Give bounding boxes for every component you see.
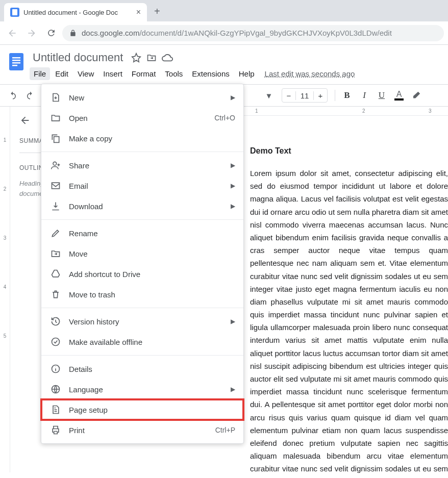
menu-view[interactable]: View [73,67,98,80]
menu-item-move-to-trash[interactable]: Move to trash [41,284,243,305]
download-icon [49,200,62,212]
menu-item-make-available-offline[interactable]: Make available offline [41,332,243,352]
address-bar[interactable]: docs.google.com/document/d/1wANQkil-GzgY… [62,25,444,41]
underline-button[interactable]: U [374,88,389,103]
tab-title: Untitled document - Google Doc [23,9,133,16]
lock-icon [69,30,77,37]
menu-item-print[interactable]: PrintCtrl+P [41,420,243,440]
menu-item-add-shortcut-to-drive[interactable]: Add shortcut to Drive [41,264,243,284]
font-size-increase[interactable]: + [314,91,327,100]
menu-file[interactable]: File [30,67,50,80]
menu-separator [41,219,243,220]
toolbar-separator [335,90,335,101]
menu-tools[interactable]: Tools [161,67,187,80]
ruler-tick: 1 [255,108,258,114]
menu-item-rename[interactable]: Rename [41,223,243,243]
menu-item-label: Open [69,114,214,122]
menu-item-label: Print [69,426,215,435]
submenu-arrow-icon: ▶ [231,162,235,169]
globe-icon [49,383,62,395]
menu-item-open[interactable]: OpenCtrl+O [41,108,243,128]
styles-dropdown[interactable]: ▼ [261,88,277,103]
menu-item-make-a-copy[interactable]: Make a copy [41,128,243,148]
cloud-status-icon[interactable] [162,52,173,63]
menu-item-label: Make a copy [69,134,235,143]
undo-button[interactable] [5,88,20,103]
ruler-tick: 2 [362,108,365,114]
menu-edit[interactable]: Edit [51,67,72,80]
svg-rect-0 [9,53,23,70]
document-title[interactable]: Untitled document [30,50,126,65]
menu-item-email[interactable]: Email▶ [41,175,243,196]
copy-icon [49,132,62,144]
submenu-arrow-icon: ▶ [231,318,235,325]
menu-item-move[interactable]: Move [41,243,243,264]
text-color-button[interactable]: A [391,88,407,103]
submenu-arrow-icon: ▶ [231,94,235,101]
italic-button[interactable]: I [357,88,372,103]
menu-separator [41,152,243,152]
star-icon[interactable] [131,53,141,63]
svg-rect-2 [12,60,20,61]
submenu-arrow-icon: ▶ [231,203,235,210]
menu-format[interactable]: Format [128,67,160,80]
menu-item-version-history[interactable]: Version history▶ [41,311,243,332]
close-tab-icon[interactable]: × [136,8,141,17]
menu-item-label: Version history [69,317,231,326]
page-icon [49,404,62,416]
menu-help[interactable]: Help [235,67,259,80]
last-edit-link[interactable]: Last edit was seconds ago [265,69,355,78]
menu-item-label: Add shortcut to Drive [69,270,235,279]
url-host: docs.google.com [82,29,139,37]
font-size-decrease[interactable]: − [282,91,295,100]
doc-paragraph[interactable]: Lorem ipsum dolor sit amet, consectetur … [250,167,448,478]
menu-item-label: Move to trash [69,290,235,299]
menu-item-download[interactable]: Download▶ [41,196,243,216]
redo-button[interactable] [22,88,38,103]
browser-tab[interactable]: Untitled document - Google Doc × [4,3,147,21]
bold-button[interactable]: B [339,88,355,103]
font-size-control: − 11 + [282,88,328,103]
menu-item-label: Email [69,182,231,190]
menu-insert[interactable]: Insert [99,67,127,80]
browser-toolbar: docs.google.com/document/d/1wANQkil-GzgY… [0,21,448,45]
move-to-folder-icon[interactable] [146,53,157,63]
menu-item-label: Download [69,202,231,211]
menu-separator [41,308,243,308]
menu-item-label: Make available offline [69,338,235,346]
back-button[interactable] [4,25,20,41]
reload-button[interactable] [43,25,59,41]
docs-header: Untitled document File Edit View Insert … [0,45,448,80]
menu-extensions[interactable]: Extensions [188,67,233,80]
font-size-value[interactable]: 11 [295,91,314,100]
doc-heading[interactable]: Demo Text [250,146,448,156]
move-icon [49,247,62,260]
menu-item-language[interactable]: Language▶ [41,379,243,399]
menu-item-label: Move [69,249,235,258]
submenu-arrow-icon: ▶ [231,386,235,393]
url-path: /document/d/1wANQkil-GzgYPipVgal_9bydGKC… [139,29,391,37]
drive-add-icon [49,268,62,280]
pencil-icon [49,227,62,239]
highlight-button[interactable] [409,88,424,103]
menu-item-label: Language [69,385,231,394]
menu-item-share[interactable]: Share▶ [41,155,243,175]
menu-item-details[interactable]: Details [41,359,243,379]
menu-item-shortcut: Ctrl+P [215,426,235,434]
menu-item-label: New [69,93,231,102]
menu-item-label: Page setup [69,406,235,414]
history-icon [49,315,62,328]
folder-icon [49,112,62,124]
svg-rect-4 [12,65,17,66]
mail-icon [49,180,62,192]
menu-item-new[interactable]: New▶ [41,87,243,108]
docs-logo[interactable] [6,51,27,76]
svg-point-6 [53,162,57,165]
print-icon [49,424,62,436]
info-icon [49,363,62,375]
forward-button[interactable] [23,25,40,41]
file-menu-dropdown: New▶OpenCtrl+OMake a copyShare▶Email▶Dow… [41,84,244,444]
svg-point-8 [52,338,60,346]
new-tab-button[interactable]: + [154,6,160,17]
menu-item-page-setup[interactable]: Page setup [41,399,243,420]
